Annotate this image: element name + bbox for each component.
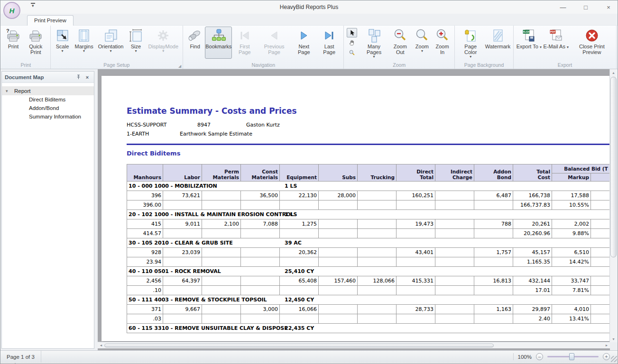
zoom-slider-thumb[interactable] bbox=[569, 353, 574, 360]
tree-node-direct-biditems[interactable]: Direct Biditems bbox=[2, 95, 94, 104]
biditem-value-cell bbox=[397, 229, 435, 238]
first-page-label: First Page bbox=[234, 44, 255, 55]
minimize-button[interactable]: — bbox=[559, 4, 567, 11]
scroll-down-icon[interactable]: ▼ bbox=[610, 336, 617, 343]
orientation-button[interactable]: Orientation ▾ bbox=[96, 27, 126, 59]
biditem-value-cell bbox=[358, 219, 397, 229]
many-pages-button[interactable]: Many Pages ▾ bbox=[360, 27, 388, 59]
magnifier-tool-button[interactable] bbox=[347, 48, 357, 57]
biditem-value-cell bbox=[397, 314, 435, 324]
report-job-name: Earthwork Sample Estimate bbox=[180, 131, 252, 137]
report-divider bbox=[127, 144, 618, 145]
hand-tool-button[interactable] bbox=[347, 38, 357, 47]
next-page-icon bbox=[296, 28, 312, 43]
tab-print-preview[interactable]: Print Preview bbox=[27, 15, 74, 26]
page-color-button[interactable]: Page Color ▾ bbox=[457, 27, 484, 59]
zoom-percent-label: 100% bbox=[518, 354, 532, 360]
printer-question-icon: ? bbox=[6, 28, 21, 43]
biditem-value-cell: 9,667 bbox=[163, 305, 202, 314]
page-color-icon bbox=[463, 28, 478, 43]
biditem-value-cell: 396 bbox=[127, 191, 163, 200]
column-header: Manhours bbox=[127, 164, 163, 182]
margins-button[interactable]: Margins ▾ bbox=[73, 27, 96, 59]
zoom-out-button[interactable]: Zoom Out bbox=[388, 27, 412, 59]
biditem-value-cell: 1,163 bbox=[474, 305, 513, 314]
last-page-icon bbox=[322, 28, 337, 43]
tree-node-report[interactable]: ▾ Report bbox=[2, 86, 94, 95]
biditem-group-cell: 60 - 115 3310 - REMOVE UNSUITABLE CLAY &… bbox=[127, 324, 618, 333]
display-mode-button: DisplayMode ▾ bbox=[146, 27, 181, 59]
pointer-tool-button[interactable] bbox=[347, 28, 357, 37]
biditem-value-cell bbox=[435, 305, 474, 314]
biditem-value-cell bbox=[241, 248, 280, 257]
biditem-value-cell bbox=[358, 248, 397, 257]
page-background-group-label: Page Background bbox=[457, 62, 511, 69]
scale-icon bbox=[55, 28, 70, 43]
biditem-code: 60 - 115 3310 - REMOVE UNSUITABLE CLAY &… bbox=[129, 325, 288, 331]
bookmarks-button[interactable]: Bookmarks bbox=[205, 27, 232, 59]
close-button[interactable]: × bbox=[604, 4, 613, 11]
biditem-value-cell bbox=[241, 276, 280, 286]
biditem-unit-row: 23.941,165.3514.42% bbox=[127, 257, 618, 267]
zoom-in-button[interactable]: Zoom In bbox=[432, 27, 452, 59]
tree-node-addon-bond[interactable]: Addon/Bond bbox=[2, 104, 94, 112]
preview-area[interactable]: Estimate Summary - Costs and Prices HCSS… bbox=[98, 69, 618, 350]
biditem-value-cell bbox=[319, 314, 358, 324]
document-map-tree: ▾ Report Direct Biditems Addon/Bond Summ… bbox=[2, 83, 94, 121]
horizontal-scrollbar[interactable]: ◄ ► bbox=[98, 342, 610, 348]
dialog-launcher-icon[interactable]: ◢ bbox=[178, 64, 181, 68]
document-map-panel: Document Map × ▾ Report Direct Biditems … bbox=[1, 71, 94, 349]
scroll-left-icon[interactable]: ◄ bbox=[98, 344, 104, 347]
quick-print-label: Quick Print bbox=[26, 44, 46, 55]
biditem-value-cell: 7.81% bbox=[552, 286, 591, 295]
dropdown-arrow-icon: ▾ bbox=[83, 49, 85, 53]
quick-print-button[interactable]: Quick Print bbox=[23, 27, 48, 59]
biditem-value-cell bbox=[358, 257, 397, 267]
biditem-unit-row: 414.5720,260.969.88% bbox=[127, 229, 618, 238]
biditem-value-cell: 371 bbox=[127, 305, 163, 314]
close-print-preview-button[interactable]: Close Print Preview bbox=[570, 27, 614, 59]
vertical-scrollbar[interactable]: ▲ ▼ bbox=[609, 69, 618, 343]
zoom-out-icon bbox=[393, 28, 408, 43]
tree-expander-icon[interactable]: ▾ bbox=[6, 89, 14, 93]
biditem-value-cell: 23.94 bbox=[127, 257, 163, 267]
pin-icon[interactable] bbox=[76, 74, 83, 80]
biditem-value-cell bbox=[435, 314, 474, 324]
biditem-value-cell bbox=[474, 314, 513, 324]
size-button[interactable]: Size ▾ bbox=[126, 27, 146, 59]
export-to-button[interactable]: XLSX Export To ▾ bbox=[516, 27, 543, 59]
horizontal-scroll-thumb[interactable] bbox=[104, 344, 494, 347]
next-page-button[interactable]: Next Page bbox=[291, 27, 317, 59]
zoom-button[interactable]: Zoom ▾ bbox=[412, 27, 432, 59]
email-as-button[interactable]: PDF E-Mail As ▾ bbox=[543, 27, 570, 59]
dropdown-arrow-icon: ▾ bbox=[470, 55, 471, 59]
zoom-in-statusbar-button[interactable]: + bbox=[603, 353, 610, 360]
biditem-value-cell bbox=[163, 229, 202, 238]
panel-close-icon[interactable]: × bbox=[83, 74, 91, 80]
print-button[interactable]: ? Print bbox=[3, 27, 23, 59]
find-button[interactable]: Find bbox=[185, 27, 205, 59]
resize-grip[interactable] bbox=[611, 356, 617, 362]
last-page-button[interactable]: Last Page bbox=[317, 27, 342, 59]
biditem-value-cell: 17,588 bbox=[552, 191, 591, 200]
scroll-up-icon[interactable]: ▲ bbox=[610, 69, 617, 76]
biditem-code: 10 - 000 1000 - MOBILIZATION bbox=[129, 183, 217, 189]
quick-access-dropdown-icon[interactable]: ▾ bbox=[31, 3, 35, 8]
zoom-out-label: Zoom Out bbox=[391, 44, 410, 55]
report-company: HCSS-SUPPORT bbox=[127, 122, 166, 128]
watermark-button[interactable]: Watermark bbox=[484, 27, 511, 59]
biditem-value-cell: 64,397 bbox=[163, 276, 202, 286]
vertical-scroll-thumb[interactable] bbox=[610, 77, 617, 257]
zoom-slider[interactable] bbox=[547, 356, 599, 357]
previous-page-button: Previous Page bbox=[257, 27, 291, 59]
tree-node-summary-information[interactable]: Summary Information bbox=[2, 112, 94, 121]
biditem-value-cell: 414.57 bbox=[127, 229, 163, 238]
biditem-group-row: 10 - 000 1000 - MOBILIZATION1 LS bbox=[127, 182, 618, 191]
biditem-value-cell: 928 bbox=[127, 248, 163, 257]
scale-button[interactable]: Scale ▾ bbox=[53, 27, 73, 59]
app-logo[interactable]: H bbox=[3, 2, 20, 19]
biditem-value-cell: 2,100 bbox=[202, 219, 241, 229]
scroll-right-icon[interactable]: ► bbox=[603, 344, 610, 347]
zoom-out-statusbar-button[interactable]: – bbox=[536, 353, 543, 360]
maximize-button[interactable]: □ bbox=[581, 4, 590, 11]
